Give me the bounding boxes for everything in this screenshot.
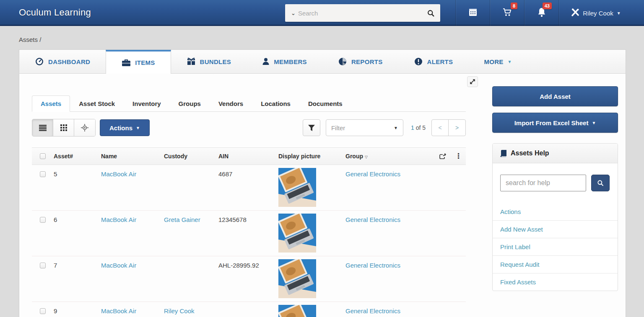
subtab-asset-stock[interactable]: Asset Stock bbox=[70, 96, 124, 111]
search-scope-chevron-icon[interactable]: ⌄ bbox=[285, 10, 298, 16]
group-link[interactable]: General Electronics bbox=[345, 216, 400, 223]
custody-link[interactable]: Greta Gainer bbox=[164, 216, 200, 223]
prev-page-button[interactable]: < bbox=[432, 120, 449, 136]
user-menu[interactable]: Riley Cook ▼ bbox=[558, 0, 644, 26]
actions-button[interactable]: Actions ▼ bbox=[100, 119, 150, 136]
grid-view-button[interactable] bbox=[53, 119, 74, 136]
help-search-row bbox=[493, 163, 618, 197]
filter-icon-button[interactable] bbox=[303, 119, 320, 136]
search-input[interactable] bbox=[298, 10, 421, 17]
map-view-button[interactable] bbox=[74, 119, 95, 136]
page-total: of 5 bbox=[416, 124, 426, 131]
search-icon[interactable] bbox=[421, 10, 440, 17]
calendar-icon bbox=[468, 7, 478, 19]
table-header-row: Asset# Name Custody AIN Display picture … bbox=[32, 147, 466, 165]
subtab-locations[interactable]: Locations bbox=[252, 96, 299, 111]
breadcrumb[interactable]: Assets / bbox=[0, 26, 644, 49]
asset-name-link[interactable]: MacBook Air bbox=[101, 216, 136, 223]
next-page-button[interactable]: > bbox=[449, 120, 465, 136]
alert-icon bbox=[414, 57, 423, 66]
user-name: Riley Cook bbox=[583, 10, 613, 17]
help-link-request-audit[interactable]: Request Audit bbox=[493, 255, 618, 273]
actions-label: Actions bbox=[109, 124, 132, 131]
book-icon bbox=[500, 150, 507, 157]
subtab-vendors[interactable]: Vendors bbox=[210, 96, 252, 111]
asset-subtabs: Assets Asset Stock Inventory Groups Vend… bbox=[32, 95, 466, 112]
asset-name-link[interactable]: MacBook Air bbox=[101, 262, 136, 269]
header-picture[interactable]: Display picture bbox=[278, 153, 345, 160]
table-row[interactable]: 5 MacBook Air 4687 bbox=[32, 165, 466, 211]
asset-name-link[interactable]: MacBook Air bbox=[101, 307, 136, 314]
asset-number: 6 bbox=[54, 216, 101, 223]
display-picture[interactable] bbox=[278, 259, 345, 299]
tab-label: REPORTS bbox=[351, 58, 383, 65]
list-view-button[interactable] bbox=[32, 119, 53, 136]
tab-dashboard[interactable]: DASHBOARD bbox=[19, 50, 106, 73]
export-icon bbox=[439, 153, 447, 160]
tab-more[interactable]: MORE ▼ bbox=[468, 50, 527, 73]
export-button[interactable] bbox=[434, 153, 451, 160]
tab-bundles[interactable]: BUNDLES bbox=[171, 50, 247, 73]
custody-link[interactable]: Riley Cook bbox=[164, 307, 195, 314]
header-custody[interactable]: Custody bbox=[164, 153, 218, 160]
page-current: 1 bbox=[411, 124, 414, 131]
row-checkbox[interactable] bbox=[40, 308, 46, 314]
header-ain[interactable]: AIN bbox=[218, 153, 278, 160]
global-search[interactable]: ⌄ bbox=[285, 4, 440, 22]
crosshair-icon bbox=[81, 124, 88, 131]
filter-dropdown[interactable]: Filter ▼ bbox=[326, 119, 403, 136]
row-checkbox[interactable] bbox=[40, 217, 46, 223]
asset-name-link[interactable]: MacBook Air bbox=[101, 170, 136, 178]
tab-members[interactable]: MEMBERS bbox=[247, 50, 322, 73]
tab-label: MEMBERS bbox=[274, 58, 307, 65]
macbook-photo bbox=[278, 259, 316, 298]
tab-alerts[interactable]: ALERTS bbox=[398, 50, 469, 73]
header-name[interactable]: Name bbox=[101, 153, 164, 160]
row-checkbox[interactable] bbox=[40, 263, 46, 268]
subtab-groups[interactable]: Groups bbox=[170, 96, 210, 111]
group-link[interactable]: General Electronics bbox=[345, 307, 400, 314]
pagination-indicator: 1 of 5 bbox=[411, 124, 426, 131]
top-navigation-bar: Oculum Learning ⌄ 8 43 bbox=[0, 0, 644, 26]
table-row[interactable]: 7 MacBook Air AHL-28995.92 bbox=[32, 256, 466, 302]
tab-reports[interactable]: REPORTS bbox=[322, 50, 398, 73]
member-icon bbox=[262, 57, 270, 66]
cart-button[interactable]: 8 bbox=[490, 0, 524, 26]
import-excel-button[interactable]: Import From Excel Sheet ▼ bbox=[492, 113, 618, 133]
briefcase-icon bbox=[122, 59, 131, 67]
group-link[interactable]: General Electronics bbox=[345, 262, 400, 269]
table-row[interactable]: 9 MacBook Air Riley Cook bbox=[32, 302, 466, 317]
pie-chart-icon bbox=[338, 57, 347, 66]
select-all-checkbox[interactable] bbox=[40, 153, 46, 159]
group-link[interactable]: General Electronics bbox=[345, 170, 400, 178]
assets-help-header: Assets Help bbox=[493, 144, 618, 163]
help-link-print-label[interactable]: Print Label bbox=[493, 238, 618, 255]
ain-value: AHL-28995.92 bbox=[218, 262, 278, 269]
column-menu-button[interactable]: ⋮ bbox=[451, 153, 466, 159]
display-picture[interactable] bbox=[278, 168, 345, 208]
help-search-button[interactable] bbox=[591, 175, 610, 191]
subtab-inventory[interactable]: Inventory bbox=[124, 96, 170, 111]
display-picture[interactable] bbox=[278, 305, 345, 317]
calendar-button[interactable] bbox=[455, 0, 490, 26]
asset-number: 9 bbox=[54, 307, 101, 314]
view-switcher bbox=[32, 119, 96, 137]
tab-items[interactable]: ITEMS bbox=[106, 50, 171, 74]
notifications-button[interactable]: 43 bbox=[524, 0, 558, 26]
row-checkbox[interactable] bbox=[40, 171, 46, 177]
help-link-fixed-assets[interactable]: Fixed Assets bbox=[493, 273, 618, 291]
filter-placeholder: Filter bbox=[331, 124, 345, 131]
header-group[interactable]: Group▽ bbox=[345, 153, 422, 160]
table-row[interactable]: 6 MacBook Air Greta Gainer 12345678 bbox=[32, 211, 466, 256]
add-asset-button[interactable]: Add Asset bbox=[492, 86, 618, 106]
display-picture[interactable] bbox=[278, 214, 345, 254]
subtab-documents[interactable]: Documents bbox=[299, 96, 351, 111]
help-search-input[interactable] bbox=[500, 175, 586, 191]
header-asset-no[interactable]: Asset# bbox=[54, 153, 101, 160]
grid-view-icon bbox=[60, 124, 67, 131]
expand-button[interactable] bbox=[467, 76, 478, 87]
help-link-add-new-asset[interactable]: Add New Asset bbox=[493, 220, 618, 238]
cart-badge: 8 bbox=[511, 3, 517, 9]
subtab-assets[interactable]: Assets bbox=[32, 95, 70, 112]
help-link-actions[interactable]: Actions bbox=[493, 203, 618, 220]
